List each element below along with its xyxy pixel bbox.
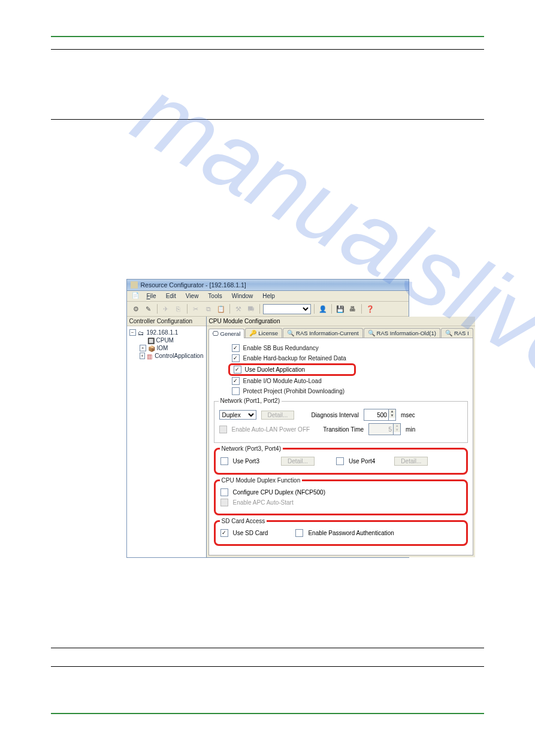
- tree-iom[interactable]: + 📦 IOM: [129, 344, 204, 352]
- lbl-protect-project: Protect Project (Prohibit Downloading): [243, 388, 345, 394]
- tree-root[interactable]: − 🗂 192.168.1.1: [129, 329, 204, 336]
- document-body: Resource Configurator - [192.168.1.1] 📄 …: [51, 49, 484, 667]
- app-icon: [131, 281, 138, 289]
- iom-icon: 📦: [148, 345, 155, 351]
- controller-icon: 🗂: [138, 330, 145, 336]
- chk-enable-io-autoload[interactable]: [232, 377, 240, 385]
- expand-app-icon[interactable]: +: [140, 353, 146, 359]
- general-icon: 🖵: [213, 330, 219, 337]
- tree-iom-label: IOM: [157, 345, 168, 351]
- toolbar: ⚙ ✎ ✈ ⎘ ✂ ⧉ 📋 ⚒ ⛟ 👤 💾 🖶 ❓: [127, 302, 409, 317]
- tree-controlapp-label: ControlApplication: [155, 353, 203, 359]
- btn-detail-port4[interactable]: Detail...: [394, 457, 428, 466]
- expand-icon[interactable]: −: [129, 329, 136, 336]
- license-icon: 🔑: [249, 330, 256, 336]
- tab-license[interactable]: 🔑 License: [245, 328, 282, 338]
- menu-view[interactable]: View: [182, 292, 203, 300]
- tab-ras-old1-label: RAS Information-Old(1): [377, 330, 436, 336]
- legend-sd-card: SD Card Access: [220, 518, 267, 524]
- page-top-rule: [51, 36, 484, 37]
- note-box: [51, 648, 484, 667]
- tab-general-label: General: [220, 330, 241, 337]
- lbl-configure-cpu-duplex: Configure CPU Duplex (NFCP500): [233, 489, 326, 496]
- tab-ras-current-label: RAS Information-Current: [296, 330, 359, 336]
- select-duplex[interactable]: Duplex: [219, 410, 256, 420]
- spin-transition-time: ▲▼: [368, 423, 401, 435]
- toolbar-sep-6: [331, 304, 332, 314]
- group-sd-card: SD Card Access Use SD Card Enable Passwo…: [214, 520, 468, 546]
- menu-help[interactable]: Help: [258, 292, 279, 300]
- tab-ras-current[interactable]: 🔍 RAS Information-Current: [283, 328, 363, 338]
- menu-edit[interactable]: Edit: [162, 292, 180, 300]
- tool-btn-1[interactable]: ⚙: [131, 303, 141, 314]
- tree-controlapp[interactable]: + ▥ ControlApplication: [129, 352, 204, 360]
- toolbar-sep-4: [259, 304, 260, 314]
- tab-ras-trunc-label: RAS I: [454, 330, 469, 336]
- btn-detail-net12[interactable]: Detail...: [261, 411, 295, 420]
- lbl-diag-interval: Diagnosis Interval: [311, 412, 358, 418]
- chk-use-sd-card[interactable]: [220, 529, 228, 537]
- cut-icon[interactable]: ✂: [191, 303, 201, 314]
- lbl-enable-password-auth: Enable Password Authentication: [308, 530, 394, 536]
- doc-icon: 📄: [132, 292, 139, 299]
- lbl-use-port4: Use Port4: [349, 458, 375, 464]
- lbl-enable-sb-bus: Enable SB Bus Redundancy: [243, 345, 319, 351]
- row-enable-io-autoload: Enable I/O Module Auto-Load: [214, 376, 468, 386]
- tool-btn-5[interactable]: ⚒: [233, 303, 244, 314]
- chk-use-port4[interactable]: [336, 457, 344, 465]
- tabstrip: 🖵 General 🔑 License 🔍 RAS Information-Cu…: [207, 326, 475, 338]
- toolbar-sep-3: [229, 304, 230, 314]
- menu-file[interactable]: File: [143, 292, 161, 300]
- tool-btn-6[interactable]: ⛟: [246, 303, 256, 314]
- ras-trunc-icon: 🔍: [445, 330, 452, 336]
- tool-btn-7[interactable]: 👤: [318, 303, 328, 314]
- chk-auto-lan-off: [219, 426, 227, 433]
- ras-current-icon: 🔍: [287, 330, 294, 336]
- tree-cpum[interactable]: 🔲 CPUM: [129, 336, 204, 344]
- tab-ras-trunc[interactable]: 🔍 RAS I: [441, 328, 473, 338]
- tool-btn-4[interactable]: ⎘: [173, 303, 184, 314]
- row-protect-project: Protect Project (Prohibit Downloading): [214, 386, 468, 396]
- tab-general[interactable]: 🖵 General: [208, 329, 245, 338]
- lbl-enable-io-autoload: Enable I/O Module Auto-Load: [243, 378, 322, 384]
- paste-icon[interactable]: 📋: [216, 303, 226, 314]
- copy-icon[interactable]: ⧉: [203, 303, 214, 314]
- window-title: Resource Configurator - [192.168.1.1]: [141, 281, 246, 289]
- legend-network-34: Network (Port3, Port4): [220, 445, 283, 452]
- chk-use-duolet[interactable]: [234, 366, 241, 374]
- menubar: 📄 File Edit View Tools Window Help: [127, 291, 409, 302]
- tab-license-label: License: [258, 330, 278, 336]
- print-icon[interactable]: 🖶: [347, 303, 358, 314]
- tree-root-label: 192.168.1.1: [147, 329, 179, 336]
- ras-old-icon: 🔍: [368, 330, 375, 336]
- input-diag-interval[interactable]: [364, 409, 389, 421]
- btn-detail-port3[interactable]: Detail...: [281, 457, 315, 466]
- menu-tools[interactable]: Tools: [204, 292, 226, 300]
- chk-use-port3[interactable]: [220, 457, 228, 465]
- lbl-use-sd-card: Use SD Card: [233, 530, 268, 536]
- chk-enable-hard-backup[interactable]: [232, 354, 240, 362]
- row-enable-sb-bus: Enable SB Bus Redundancy: [214, 343, 468, 353]
- help-icon[interactable]: ❓: [365, 303, 376, 314]
- tool-btn-3[interactable]: ✈: [161, 303, 171, 314]
- lbl-enable-hard-backup: Enable Hard-backup for Retained Data: [243, 355, 346, 362]
- save-icon[interactable]: 💾: [335, 303, 346, 314]
- toolbar-sep-1: [157, 304, 158, 314]
- tool-btn-2[interactable]: ✎: [143, 303, 154, 314]
- chk-enable-password-auth[interactable]: [295, 529, 303, 537]
- menu-window[interactable]: Window: [228, 292, 258, 300]
- chk-protect-project[interactable]: [232, 387, 240, 395]
- workarea: Controller Configuration − 🗂 192.168.1.1…: [127, 317, 409, 557]
- expand-iom-icon[interactable]: +: [140, 345, 146, 351]
- cpu-icon: 🔲: [147, 338, 155, 344]
- chk-enable-sb-bus[interactable]: [232, 344, 240, 352]
- chk-configure-cpu-duplex[interactable]: [220, 488, 228, 496]
- config-tree: − 🗂 192.168.1.1 🔲 CPUM + 📦 IOM: [127, 326, 206, 362]
- left-pane: Controller Configuration − 🗂 192.168.1.1…: [127, 317, 207, 557]
- tab-ras-old1[interactable]: 🔍 RAS Information-Old(1): [364, 328, 440, 338]
- unit-min: min: [406, 426, 415, 433]
- chk-apc-autostart: [220, 499, 228, 506]
- lbl-auto-lan-off: Enable Auto-LAN Power OFF: [232, 426, 310, 433]
- spin-diag-interval[interactable]: ▲▼: [364, 409, 396, 421]
- toolbar-select[interactable]: [263, 304, 311, 314]
